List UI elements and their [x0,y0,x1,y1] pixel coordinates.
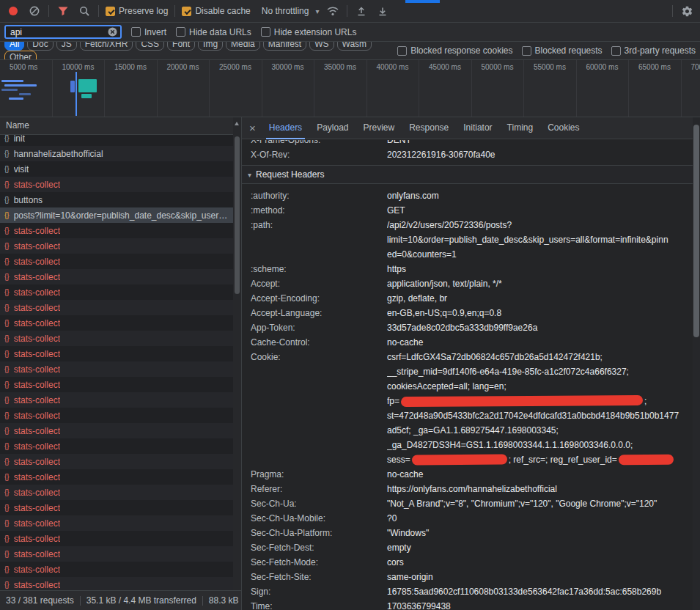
header-value: same-origin [387,570,693,584]
column-header-name[interactable]: Name [0,117,233,135]
blocked-response-cookies-checkbox[interactable]: Blocked response cookies [397,45,512,56]
header-row: Sec-Fetch-Site:same-origin [242,570,693,584]
request-row[interactable]: {}stats-collect [0,223,233,238]
tab-initiator[interactable]: Initiator [456,117,499,139]
request-row[interactable]: {}stats-collect [0,315,233,331]
request-row[interactable]: {}buttons [0,192,233,207]
record-button[interactable] [6,4,21,18]
request-row[interactable]: {}stats-collect [0,500,233,515]
overview-timeline[interactable]: 5000 ms10000 ms15000 ms20000 ms25000 ms3… [0,60,700,117]
header-value: application/json, text/plain, */* [387,276,693,291]
filter-chip-all[interactable]: All [4,42,24,51]
tab-timing[interactable]: Timing [500,117,541,139]
export-har-button[interactable] [375,4,390,18]
request-row[interactable]: {}stats-collect [0,562,233,577]
request-row[interactable]: {}stats-collect [0,423,233,438]
request-list-scrollbar[interactable] [233,117,241,590]
throttling-select[interactable]: No throttling ▾ [262,6,320,16]
hide-data-urls-checkbox[interactable]: Hide data URLs [176,27,251,37]
request-row[interactable]: {}hannahelizabethofficial [0,146,233,161]
request-name: stats-collect [14,518,60,529]
request-name: stats-collect [14,180,60,190]
request-row[interactable]: {}stats-collect [0,331,233,346]
request-headers-section[interactable]: ▾Request Headers [242,165,693,184]
request-row[interactable]: {}stats-collect [0,284,233,300]
clear-button[interactable] [27,4,42,18]
preserve-log-checkbox[interactable]: Preserve log [106,6,168,16]
request-row[interactable]: {}stats-collect [0,408,233,423]
request-row[interactable]: {}stats-collect [0,485,233,500]
checkbox-icon [261,27,270,37]
braces-icon: {} [4,227,10,235]
header-row: :scheme:https [242,262,693,276]
header-row: Sec-Ch-Ua:"Not_A Brand";v="8", "Chromium… [242,496,693,511]
request-row[interactable]: {}stats-collect [0,177,233,192]
filter-button[interactable] [56,4,70,18]
header-row: Sec-Fetch-Dest:empty [242,540,693,555]
request-row[interactable]: {}init [0,135,233,146]
request-row[interactable]: {}stats-collect [0,515,233,531]
request-row[interactable]: {}stats-collect [0,469,233,485]
request-row[interactable]: {}stats-collect [0,346,233,361]
filter-chip-font[interactable]: Font [167,42,195,51]
waterfall-bar [70,81,75,92]
tab-preview[interactable]: Preview [356,117,402,139]
filter-input[interactable]: api [4,25,122,39]
requests-count: 33 / 381 requests [6,595,74,606]
scroll-up-icon[interactable] [235,122,239,125]
checkbox-icon [131,27,141,37]
filter-chip-other[interactable]: Other [4,51,37,60]
request-row[interactable]: {}stats-collect [0,254,233,269]
request-row[interactable]: {}stats-collect [0,269,233,284]
scrollbar-thumb[interactable] [693,125,699,337]
filter-chip-img[interactable]: Img [198,42,223,51]
header-name: Sec-Ch-Ua-Mobile: [242,511,387,526]
filter-chip-manifest[interactable]: Manifest [263,42,306,51]
filter-chip-fetch-xhr[interactable]: Fetch/XHR [80,42,133,51]
request-row[interactable]: {}stats-collect [0,238,233,254]
disable-cache-checkbox[interactable]: Disable cache [182,6,250,16]
filter-chip-media[interactable]: Media [226,42,260,51]
hide-extension-urls-checkbox[interactable]: Hide extension URLs [261,27,357,37]
tab-payload[interactable]: Payload [309,117,355,139]
network-conditions-button[interactable] [325,4,340,18]
request-row[interactable]: {}stats-collect [0,392,233,408]
filter-chip-css[interactable]: CSS [136,42,164,51]
tab-headers[interactable]: Headers [262,117,309,139]
search-button[interactable] [77,4,92,18]
details-scrollbar[interactable] [693,117,700,610]
tab-response[interactable]: Response [402,117,456,139]
blocked-requests-checkbox[interactable]: Blocked requests [522,45,603,56]
3rd-party-requests-checkbox[interactable]: 3rd-party requests [611,45,696,56]
filter-chip-wasm[interactable]: Wasm [337,42,372,51]
request-row[interactable]: {}stats-collect [0,300,233,315]
request-row[interactable]: {}stats-collect [0,454,233,469]
overview-selected-marker [75,72,77,116]
tab-cookies[interactable]: Cookies [540,117,586,139]
request-row[interactable]: {}stats-collect [0,377,233,392]
request-row[interactable]: {}stats-collect [0,438,233,454]
header-value: "Windows" [387,526,693,540]
request-row[interactable]: {}stats-collect [0,361,233,377]
header-value: https://onlyfans.com/hannahelizabethoffi… [387,482,693,496]
filter-chip-doc[interactable]: Doc [27,42,53,51]
waterfall-bar [81,94,92,98]
filter-chip-ws[interactable]: WS [309,42,334,51]
settings-button[interactable] [679,4,694,18]
request-name: stats-collect [14,318,60,328]
clear-input-icon[interactable] [108,27,117,37]
request-row[interactable]: {}stats-collect [0,577,233,590]
request-row[interactable]: {}stats-collect [0,546,233,562]
request-name: stats-collect [14,426,60,436]
hide-data-urls-label: Hide data URLs [189,27,251,37]
scrollbar-thumb[interactable] [235,136,240,294]
import-har-button[interactable] [354,4,369,18]
filter-chip-js[interactable]: JS [56,42,77,51]
header-name: Sec-Ch-Ua-Platform: [242,526,387,540]
request-row[interactable]: {}visit [0,161,233,177]
close-details-icon[interactable]: × [249,122,256,134]
invert-checkbox[interactable]: Invert [131,27,166,37]
request-row[interactable]: {}stats-collect [0,531,233,546]
header-value: "Not_A Brand";v="8", "Chromium";v="120",… [387,496,693,511]
request-row[interactable]: {}posts?limit=10&order=publish_date_desc… [0,207,233,223]
